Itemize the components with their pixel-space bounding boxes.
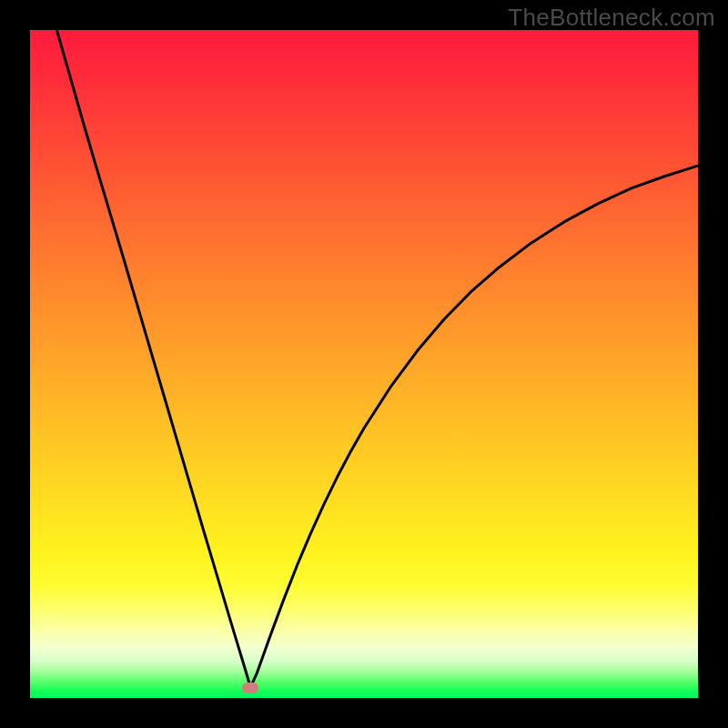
watermark-text: TheBottleneck.com [508, 4, 715, 32]
bottleneck-curve [56, 30, 698, 687]
curve-svg [30, 30, 698, 698]
minimum-marker [242, 682, 258, 693]
chart-area [30, 30, 698, 698]
